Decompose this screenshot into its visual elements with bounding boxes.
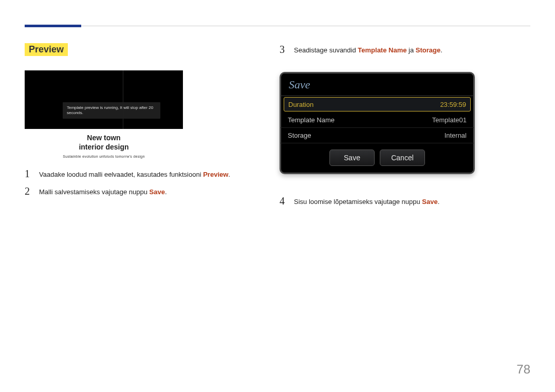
cancel-button[interactable]: Cancel: [380, 150, 425, 166]
page: Preview Template preview is running, It …: [0, 0, 555, 212]
step-keyword: Save: [150, 188, 165, 196]
preview-toast: Template preview is running, It will sto…: [63, 102, 160, 119]
row-label: Duration: [288, 101, 313, 108]
step-text-prefix: Sisu loomise lõpetamiseks vajutage nuppu: [294, 198, 422, 206]
rule-accent: [25, 25, 81, 27]
step-text-prefix: Vaadake loodud malli eelvaadet, kasutade…: [39, 171, 203, 178]
section-title: Preview: [25, 43, 68, 56]
step-text-suffix: .: [440, 46, 442, 54]
preview-caption: New town interior design Sustainble evol…: [25, 133, 183, 158]
caption-line-2: interior design: [25, 142, 183, 152]
step-keyword: Preview: [203, 171, 228, 178]
step-text: Sisu loomise lõpetamiseks vajutage nuppu…: [294, 195, 439, 208]
dialog-row-template-name[interactable]: Template Name Template01: [281, 113, 474, 128]
right-steps-top: 3 Seadistage suvandid Template Name ja S…: [280, 43, 520, 57]
right-column: 3 Seadistage suvandid Template Name ja S…: [280, 43, 520, 212]
right-steps-bottom: 4 Sisu loomise lõpetamiseks vajutage nup…: [280, 195, 520, 208]
caption-tagline: Sustainble evolution unfolods tomorrw's …: [25, 155, 183, 158]
step-keyword: Template Name: [358, 46, 406, 54]
step-keyword: Save: [422, 198, 437, 206]
rule-line: [25, 26, 530, 26]
step-text: Seadistage suvandid Template Name ja Sto…: [294, 43, 442, 57]
step-text-mid: ja: [406, 46, 415, 54]
columns: Preview Template preview is running, It …: [25, 43, 530, 212]
save-button[interactable]: Save: [329, 150, 375, 166]
step-text-suffix: .: [228, 171, 230, 178]
row-label: Storage: [288, 132, 311, 139]
page-number: 78: [516, 362, 530, 377]
step-text: Vaadake loodud malli eelvaadet, kasutade…: [39, 167, 230, 181]
step-number: 1: [25, 167, 32, 181]
step-number: 3: [280, 43, 287, 57]
left-column: Preview Template preview is running, It …: [25, 43, 265, 212]
dialog-row-storage[interactable]: Storage Internal: [281, 128, 474, 143]
dialog-buttons: Save Cancel: [281, 150, 474, 166]
step-3: 3 Seadistage suvandid Template Name ja S…: [280, 43, 520, 57]
left-steps: 1 Vaadake loodud malli eelvaadet, kasuta…: [25, 167, 265, 198]
step-text: Malli salvestamiseks vajutage nuppu Save…: [39, 185, 167, 198]
step-text-prefix: Seadistage suvandid: [294, 46, 358, 54]
step-4: 4 Sisu loomise lõpetamiseks vajutage nup…: [280, 195, 520, 208]
row-label: Template Name: [288, 116, 335, 124]
step-number: 2: [25, 185, 32, 198]
step-text-suffix: .: [165, 188, 167, 196]
dialog-title: Save: [281, 73, 474, 96]
save-dialog-screenshot: Save Duration 23:59:59 Template Name Tem…: [280, 72, 475, 174]
caption-line-1: New town: [25, 133, 183, 142]
top-rule: [25, 25, 530, 30]
step-text-suffix: .: [438, 198, 440, 206]
step-number: 4: [280, 195, 287, 208]
step-text-prefix: Malli salvestamiseks vajutage nuppu: [39, 188, 150, 196]
step-1: 1 Vaadake loodud malli eelvaadet, kasuta…: [25, 167, 265, 181]
dialog-row-duration[interactable]: Duration 23:59:59: [284, 97, 471, 111]
preview-screenshot: Template preview is running, It will sto…: [25, 70, 183, 129]
step-2: 2 Malli salvestamiseks vajutage nuppu Sa…: [25, 185, 265, 198]
row-value: Internal: [445, 132, 467, 139]
preview-divider: [123, 70, 123, 129]
row-value: 23:59:59: [440, 101, 466, 108]
step-keyword-2: Storage: [416, 46, 440, 54]
row-value: Template01: [432, 116, 467, 124]
